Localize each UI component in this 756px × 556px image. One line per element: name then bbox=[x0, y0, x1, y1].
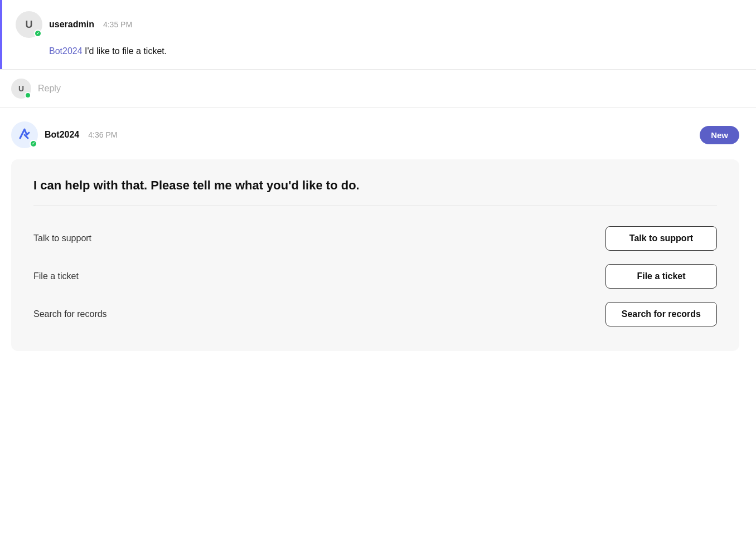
reply-status-icon bbox=[25, 92, 31, 99]
user-avatar: U bbox=[16, 11, 42, 38]
option-row-1: File a ticket File a ticket bbox=[33, 257, 717, 295]
user-status-icon bbox=[34, 30, 42, 37]
message-header: U useradmin 4:35 PM bbox=[16, 11, 739, 38]
bot-response-card: I can help with that. Please tell me wha… bbox=[11, 159, 739, 351]
reply-placeholder[interactable]: Reply bbox=[38, 84, 61, 94]
new-badge: New bbox=[700, 126, 739, 144]
message-timestamp: 4:35 PM bbox=[103, 20, 132, 29]
bot-mention: Bot2024 bbox=[49, 46, 83, 56]
message-content: Bot2024 I'd like to file a ticket. bbox=[16, 45, 739, 58]
bot-status-icon bbox=[30, 140, 37, 148]
file-a-ticket-button[interactable]: File a ticket bbox=[605, 264, 717, 289]
avatar-letter: U bbox=[26, 19, 33, 31]
message-text: I'd like to file a ticket. bbox=[83, 46, 167, 56]
bot-response-title: I can help with that. Please tell me wha… bbox=[33, 177, 717, 194]
option-label-1: File a ticket bbox=[33, 271, 79, 281]
bot-message-header: Bot2024 4:36 PM New bbox=[11, 121, 739, 148]
option-label-2: Search for records bbox=[33, 309, 107, 319]
option-row-2: Search for records Search for records bbox=[33, 295, 717, 333]
bot-message-block: Bot2024 4:36 PM New I can help with that… bbox=[0, 108, 756, 364]
search-for-records-button[interactable]: Search for records bbox=[605, 302, 717, 326]
option-label-0: Talk to support bbox=[33, 233, 91, 243]
response-divider bbox=[33, 206, 717, 206]
reply-avatar-letter: U bbox=[18, 84, 24, 93]
sender-name: useradmin bbox=[49, 19, 94, 30]
talk-to-support-button[interactable]: Talk to support bbox=[605, 226, 717, 251]
bot-sender-name: Bot2024 bbox=[45, 130, 79, 140]
reply-area[interactable]: U Reply bbox=[0, 70, 756, 108]
bot-header-left: Bot2024 4:36 PM bbox=[11, 121, 117, 148]
option-row-0: Talk to support Talk to support bbox=[33, 220, 717, 257]
reply-avatar: U bbox=[11, 79, 31, 99]
user-message-block: U useradmin 4:35 PM Bot2024 I'd like to … bbox=[0, 0, 756, 69]
bot-timestamp: 4:36 PM bbox=[88, 130, 117, 139]
bot-avatar bbox=[11, 121, 38, 148]
chat-container: U useradmin 4:35 PM Bot2024 I'd like to … bbox=[0, 0, 756, 364]
bot-icon bbox=[17, 127, 32, 143]
